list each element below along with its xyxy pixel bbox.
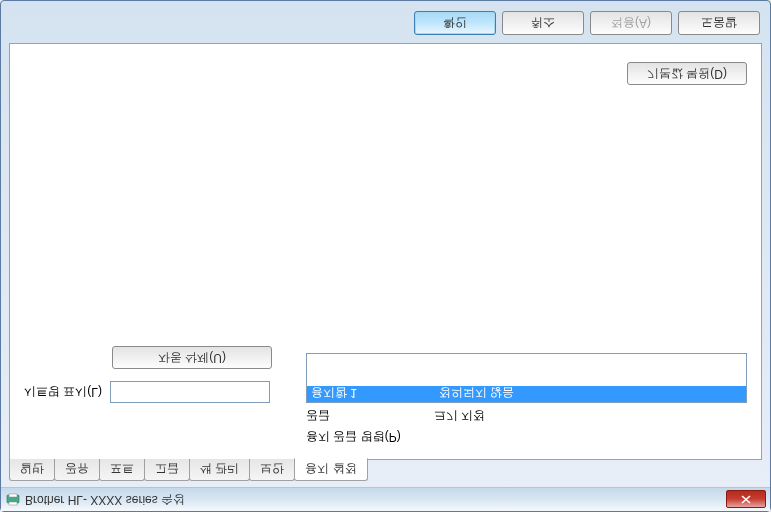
left-group: 시트명 표시(L) 자동 삭제(U) xyxy=(24,346,294,403)
tab-advanced[interactable]: 고급 xyxy=(144,459,190,481)
tray-listbox[interactable]: 용지함 1 정의되지 않음 xyxy=(306,353,747,403)
col-header-size: 크기 지정 xyxy=(434,407,485,424)
svg-rect-2 xyxy=(9,495,17,498)
cancel-button[interactable]: 취소 xyxy=(502,11,584,35)
list-header: 공급 크기 지정 xyxy=(306,407,747,424)
tab-sharing[interactable]: 공유 xyxy=(54,459,100,481)
list-row[interactable]: 용지함 1 정의되지 않음 xyxy=(307,386,746,402)
svg-rect-1 xyxy=(9,503,17,506)
display-name-label: 시트명 표시(L) xyxy=(24,384,102,401)
tab-ports[interactable]: 포트 xyxy=(99,459,145,481)
display-name-input[interactable] xyxy=(110,381,270,403)
tab-color-management[interactable]: 색 관리 xyxy=(189,459,250,481)
dialog-button-bar: 확인 취소 적용(A) 도움말 xyxy=(1,1,770,43)
list-cell-source: 용지함 1 xyxy=(307,386,435,402)
app-icon xyxy=(5,492,21,508)
reset-row: 기본값 복원(D) xyxy=(24,58,747,95)
restore-defaults-button[interactable]: 기본값 복원(D) xyxy=(627,62,747,85)
dialog-window: Brother HL- XXXX series 속성 일반 공유 포트 고급 색… xyxy=(0,0,771,512)
help-button[interactable]: 도움말 xyxy=(678,11,760,35)
ok-button[interactable]: 확인 xyxy=(414,11,496,35)
command-label: 용지 공급 명령(P) xyxy=(306,428,747,445)
divider xyxy=(24,95,747,96)
col-header-source: 공급 xyxy=(306,407,434,424)
upper-row: 시트명 표시(L) 자동 삭제(U) 용지함 1 정의되지 않음 xyxy=(24,346,747,403)
tab-panel: 용지 공급 명령(P) 공급 크기 지정 시트명 표시(L) 자동 삭제(U) xyxy=(9,43,762,460)
tab-general[interactable]: 일반 xyxy=(9,459,55,481)
close-button[interactable] xyxy=(726,491,766,509)
tab-paper-settings[interactable]: 용지 설정 xyxy=(294,458,367,481)
content-area: 일반 공유 포트 고급 색 관리 보안 용지 설정 용지 공급 명령(P) 공급… xyxy=(1,43,770,487)
titlebar: Brother HL- XXXX series 속성 xyxy=(1,487,770,511)
window-title: Brother HL- XXXX series 속성 xyxy=(25,491,726,508)
spacer xyxy=(24,96,747,346)
auto-delete-button[interactable]: 자동 삭제(U) xyxy=(112,346,272,369)
tab-strip: 일반 공유 포트 고급 색 관리 보안 용지 설정 xyxy=(9,459,762,481)
tab-security[interactable]: 보안 xyxy=(249,459,295,481)
list-cell-size: 정의되지 않음 xyxy=(435,386,518,402)
apply-button[interactable]: 적용(A) xyxy=(590,11,672,35)
tab-region: 일반 공유 포트 고급 색 관리 보안 용지 설정 용지 공급 명령(P) 공급… xyxy=(9,43,762,481)
display-name-row: 시트명 표시(L) xyxy=(24,381,294,403)
